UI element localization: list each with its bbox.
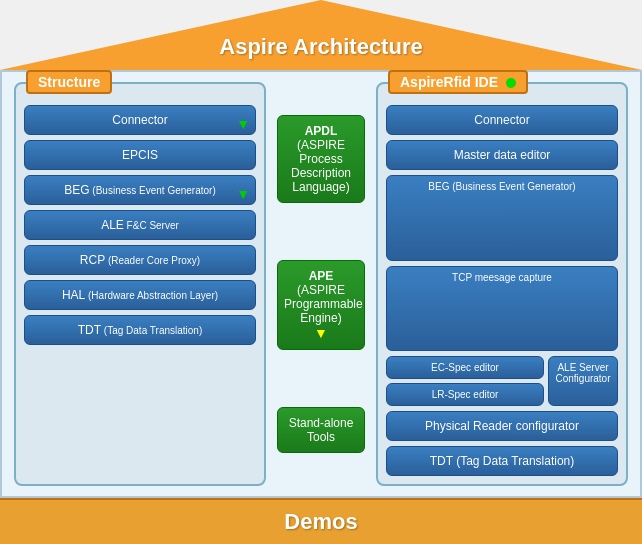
green-dot-icon — [506, 78, 516, 88]
ape-button[interactable]: APE (ASPIRE Programmable Engine) ▼ — [277, 260, 365, 350]
main-area: Structure Connector ▼ EPCIS BEG (Busines… — [0, 70, 642, 498]
spec-group: EC-Spec editor LR-Spec editor ALE Server… — [386, 356, 618, 406]
left-connector-button[interactable]: Connector ▼ — [24, 105, 256, 135]
lr-spec-label: LR-Spec editor — [432, 389, 499, 400]
physical-reader-button[interactable]: Physical Reader configurator — [386, 411, 618, 441]
standalone-title: Stand-alone Tools — [284, 416, 358, 444]
ape-arrow-icon: ▼ — [284, 325, 358, 341]
footer-section: Demos — [0, 498, 642, 544]
header-title: Aspire Architecture — [0, 34, 642, 60]
tdt-right-label: TDT (Tag Data Translation) — [430, 454, 575, 468]
rcp-label: RCP (Reader Core Proxy) — [80, 253, 200, 267]
tcp-button[interactable]: TCP meesage capture — [386, 266, 618, 352]
ale-server-label: ALE Server Configurator — [555, 362, 610, 384]
right-connector-button[interactable]: Connector — [386, 105, 618, 135]
ec-spec-button[interactable]: EC-Spec editor — [386, 356, 544, 379]
ale-server-button[interactable]: ALE Server Configurator — [548, 356, 618, 406]
rcp-button[interactable]: RCP (Reader Core Proxy) — [24, 245, 256, 275]
tdt-button[interactable]: TDT (Tag Data Translation) — [24, 315, 256, 345]
connector-arrow-icon: ▼ — [236, 116, 250, 132]
left-connector-label: Connector — [112, 113, 167, 127]
right-panel-label: AspireRfid IDE — [388, 70, 528, 94]
left-panel-label: Structure — [26, 70, 112, 94]
apdl-title: APDL (ASPIRE Process Description Languag… — [284, 124, 358, 194]
hal-label: HAL (Hardware Abstraction Layer) — [62, 288, 218, 302]
ec-spec-label: EC-Spec editor — [431, 362, 499, 373]
master-data-button[interactable]: Master data editor — [386, 140, 618, 170]
tdt-label: TDT (Tag Data Translation) — [78, 323, 203, 337]
beg-right-label: BEG (Business Event Generator) — [428, 181, 575, 192]
right-connector-label: Connector — [474, 113, 529, 127]
lr-spec-button[interactable]: LR-Spec editor — [386, 383, 544, 406]
middle-panel: APDL (ASPIRE Process Description Languag… — [276, 82, 366, 486]
footer-title: Demos — [284, 509, 357, 535]
epcis-label: EPCIS — [122, 148, 158, 162]
tdt-right-button[interactable]: TDT (Tag Data Translation) — [386, 446, 618, 476]
epcis-button[interactable]: EPCIS — [24, 140, 256, 170]
hal-button[interactable]: HAL (Hardware Abstraction Layer) — [24, 280, 256, 310]
right-panel: AspireRfid IDE Connector Master data edi… — [376, 82, 628, 486]
beg-button[interactable]: BEG (Business Event Generator) ▼ — [24, 175, 256, 205]
physical-reader-label: Physical Reader configurator — [425, 419, 579, 433]
tcp-label: TCP meesage capture — [452, 272, 552, 283]
left-panel: Structure Connector ▼ EPCIS BEG (Busines… — [14, 82, 266, 486]
beg-right-button[interactable]: BEG (Business Event Generator) — [386, 175, 618, 261]
beg-label: BEG (Business Event Generator) — [64, 183, 216, 197]
ale-button[interactable]: ALE F&C Server — [24, 210, 256, 240]
ale-label: ALE F&C Server — [101, 218, 179, 232]
apdl-button[interactable]: APDL (ASPIRE Process Description Languag… — [277, 115, 365, 203]
spec-left-group: EC-Spec editor LR-Spec editor — [386, 356, 544, 406]
master-data-label: Master data editor — [454, 148, 551, 162]
beg-arrow-icon: ▼ — [236, 186, 250, 202]
ape-title: APE (ASPIRE Programmable Engine) — [284, 269, 358, 325]
header-section: Aspire Architecture — [0, 0, 642, 70]
standalone-button[interactable]: Stand-alone Tools — [277, 407, 365, 453]
